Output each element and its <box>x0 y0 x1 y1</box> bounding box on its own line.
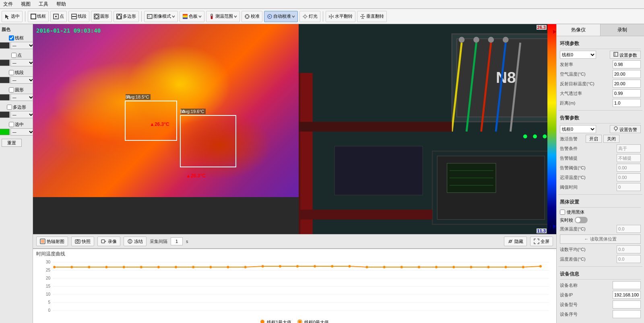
alarm-threshold-input[interactable] <box>617 164 641 172</box>
fullscreen-btn[interactable]: 全屏 <box>530 237 553 246</box>
circle-checkbox[interactable] <box>9 87 14 93</box>
alarm-suppress-input <box>617 154 641 162</box>
polygon-color[interactable] <box>0 111 10 118</box>
linebox-dropdown[interactable]: — <box>10 42 33 49</box>
menu-help[interactable]: 帮助 <box>55 0 68 8</box>
env-air-temp-input[interactable] <box>613 70 641 78</box>
tab-thermal[interactable]: 热像仪 <box>557 24 601 36</box>
env-distance-input[interactable] <box>613 99 641 107</box>
vertical-flip-btn[interactable]: 垂直翻转 <box>357 11 387 22</box>
thermal-box-b0[interactable]: Avg:19.6°C B0 <box>180 115 236 167</box>
env-emissivity-input[interactable] <box>613 60 641 68</box>
env-line-select[interactable]: 线框0 <box>560 51 596 59</box>
alarm-off-btn[interactable]: 关闭 <box>603 135 619 143</box>
temp-range-btn[interactable]: 测温范围 <box>206 11 240 22</box>
env-settings-btn[interactable]: 设置参数 <box>610 51 641 59</box>
menu-file[interactable]: 文件 <box>2 0 14 8</box>
blackbody-temp-input[interactable] <box>617 225 641 233</box>
polygon-dropdown[interactable]: — <box>10 111 33 118</box>
chart-area: 时间温度曲线 30 25 20 15 10 5 <box>33 249 556 323</box>
device-ip-input[interactable] <box>613 291 641 299</box>
tool-linebox[interactable]: 线框 <box>28 11 49 22</box>
svg-text:14:13:45: 14:13:45 <box>48 314 61 315</box>
interval-input[interactable] <box>171 237 183 245</box>
device-model-input[interactable] <box>613 300 641 309</box>
alarm-on-btn[interactable]: 开启 <box>586 135 602 143</box>
svg-point-106 <box>452 266 455 268</box>
alarm-time-input[interactable] <box>617 183 641 191</box>
image-mode-btn[interactable]: 图像模式 <box>144 11 178 22</box>
svg-point-37 <box>488 37 494 43</box>
env-transmittance-input[interactable] <box>613 89 641 97</box>
reset-button[interactable]: 重置 <box>2 139 22 147</box>
device-serial-input[interactable] <box>613 310 641 318</box>
select-color[interactable] <box>0 129 10 135</box>
tool-lineseg[interactable]: 线段 <box>68 11 89 22</box>
temp-marker-1: ▲26.3°C <box>150 121 169 127</box>
polygon-checkbox[interactable] <box>7 105 12 110</box>
svg-point-3 <box>55 16 57 17</box>
linebox-color[interactable] <box>0 42 10 49</box>
linebox-checkbox[interactable] <box>9 35 14 41</box>
freeze-btn[interactable]: 冻结 <box>124 237 147 246</box>
alarm-line-select[interactable]: 线框0 <box>560 125 596 133</box>
env-reflect-temp-input[interactable] <box>613 80 641 88</box>
interval-unit: s <box>186 239 188 244</box>
left-panel: 颜色 线框 — 点 — 线段 <box>0 24 33 323</box>
tool-circle[interactable]: 圆形 <box>91 11 112 22</box>
svg-point-97 <box>296 265 299 267</box>
menu-view[interactable]: 视图 <box>19 0 32 8</box>
svg-point-57 <box>543 134 547 138</box>
calibrate-btn[interactable]: 校准 <box>242 11 262 22</box>
circle-color[interactable] <box>0 94 10 101</box>
hide-icon <box>508 239 513 244</box>
record-btn[interactable]: 录像 <box>97 237 120 246</box>
alarm-activate-row: 激活告警 开启 关闭 <box>560 135 641 143</box>
auto-calibrate-btn[interactable]: 自动校准 <box>264 11 298 22</box>
alarm-hysteresis-input[interactable] <box>617 173 641 181</box>
alarm-settings-btn[interactable]: 设置告警 <box>610 125 641 133</box>
point-dropdown[interactable]: — <box>10 59 33 66</box>
temp-marker-2: ▲26.3°C <box>186 173 206 179</box>
svg-point-36 <box>473 37 479 43</box>
device-name-input[interactable] <box>613 281 641 289</box>
lineseg-checkbox[interactable] <box>9 70 14 75</box>
light-btn[interactable]: 灯光 <box>299 11 320 22</box>
svg-text:14:14:16: 14:14:16 <box>465 314 478 315</box>
right-tabs: 热像仪 录制 <box>557 24 644 36</box>
svg-point-108 <box>487 266 489 268</box>
bottom-right-buttons: 隐藏 全屏 <box>504 237 553 246</box>
hide-btn[interactable]: 隐藏 <box>504 237 527 246</box>
tab-record[interactable]: 录制 <box>601 24 644 36</box>
select-checkbox[interactable] <box>9 122 14 127</box>
select-dropdown[interactable]: — <box>10 128 33 136</box>
env-line-row: 线框0 设置参数 <box>560 51 641 59</box>
circle-dropdown[interactable]: — <box>10 94 33 101</box>
menu-tools[interactable]: 工具 <box>37 0 50 8</box>
blackbody-realtime-row: 实时校 <box>560 217 641 223</box>
tool-polygon[interactable]: 多边形 <box>114 11 139 22</box>
point-icon <box>53 14 59 19</box>
svg-text:25: 25 <box>46 268 51 272</box>
blackbody-checkbox[interactable] <box>560 210 565 215</box>
horizontal-flip-btn[interactable]: 水平翻转 <box>326 11 355 22</box>
lineseg-color[interactable] <box>0 77 10 83</box>
thermal-map-btn[interactable]: 热辐射图 <box>36 237 68 246</box>
lineseg-dropdown[interactable]: — <box>10 76 33 84</box>
blackbody-toggle[interactable] <box>575 217 588 223</box>
tool-point[interactable]: 点 <box>50 11 67 22</box>
point-color[interactable] <box>0 60 10 66</box>
tool-select[interactable]: 选中 <box>2 11 23 22</box>
thermal-box-b1[interactable]: Avg:18.5°C B1 <box>125 101 177 141</box>
svg-point-23 <box>304 15 306 18</box>
snapshot-btn[interactable]: 快照 <box>71 237 94 246</box>
color-plate-btn[interactable]: 色板 <box>180 11 204 22</box>
env-title: 环境参数 <box>560 38 641 49</box>
alarm-threshold-row: 告警阈值(°C) <box>560 164 641 172</box>
point-checkbox[interactable] <box>11 53 17 58</box>
svg-point-103 <box>400 266 403 268</box>
device-serial-label: 设备序号 <box>560 311 613 317</box>
svg-point-7 <box>95 15 98 18</box>
acquire-btn[interactable]: ← 读取黑体位置 <box>560 235 641 244</box>
device-model-row: 设备型号 <box>560 300 641 309</box>
